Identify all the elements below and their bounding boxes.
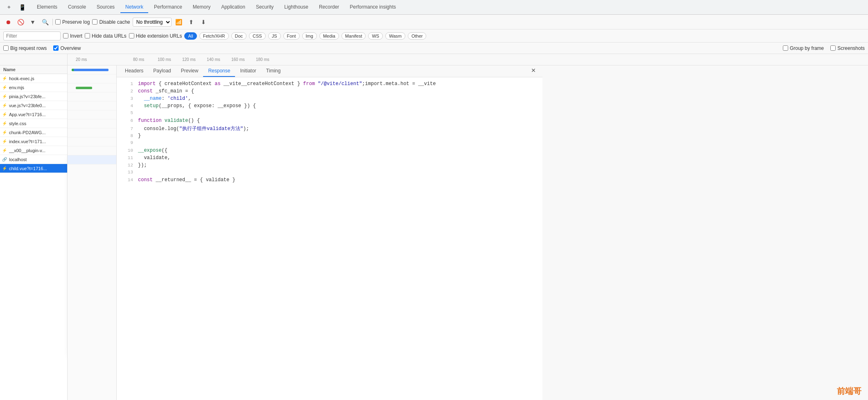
list-item[interactable]: ⚡ App.vue?t=1716... (0, 110, 67, 119)
timeline-mark-160ms: 160 ms (231, 57, 245, 62)
list-item[interactable]: ⚡ hook-exec.js (0, 74, 67, 83)
filter-tag-other[interactable]: Other (408, 32, 427, 40)
tab-security[interactable]: Security (251, 2, 278, 13)
code-content: validate, (138, 155, 170, 161)
code-line-14: 14 const __returned__ = { validate } (117, 177, 542, 184)
hide-data-urls-label[interactable]: Hide data URLs (85, 33, 127, 39)
filter-input[interactable] (3, 31, 61, 40)
list-item[interactable]: 🔗 localhost (0, 155, 67, 164)
list-item[interactable]: ⚡ chunk-PD2AWG... (0, 128, 67, 137)
filter-tag-all[interactable]: All (184, 32, 197, 40)
line-number: 2 (120, 89, 133, 94)
tab-payload[interactable]: Payload (148, 65, 176, 77)
group-by-frame-label[interactable]: Group by frame (783, 45, 824, 51)
group-by-frame-checkbox[interactable] (783, 45, 788, 51)
disable-cache-checkbox[interactable] (92, 19, 97, 25)
filter-tag-js[interactable]: JS (268, 32, 281, 40)
online-icon[interactable]: 📶 (174, 17, 184, 27)
panel-close-button[interactable]: ✕ (528, 65, 539, 77)
list-item[interactable]: ⚡ style.css (0, 119, 67, 128)
tab-network[interactable]: Network (120, 2, 148, 13)
code-content: const __returned__ = { validate } (138, 177, 235, 183)
filter-tag-img[interactable]: Img (302, 32, 317, 40)
search-button[interactable]: 🔍 (40, 17, 50, 27)
tab-elements[interactable]: Elements (32, 2, 62, 13)
filter-tag-fetch-xhr[interactable]: Fetch/XHR (199, 32, 229, 40)
device-toolbar-icon[interactable]: 📱 (16, 2, 28, 13)
tab-headers[interactable]: Headers (120, 65, 148, 77)
list-item[interactable]: ⚡ env.mjs (0, 83, 67, 92)
overview-label[interactable]: Overview (53, 45, 81, 51)
hide-ext-urls-label[interactable]: Hide extension URLs (129, 33, 182, 39)
waterfall-area (68, 65, 117, 400)
hide-ext-urls-checkbox[interactable] (129, 33, 134, 38)
filter-tag-manifest[interactable]: Manifest (341, 32, 366, 40)
net-item-name: vue.js?v=23bfe0... (9, 103, 66, 108)
code-line-2: 2 const _sfc_main = { (117, 88, 542, 95)
js-file-icon: ⚡ (2, 103, 7, 108)
toolbar-divider-1 (52, 19, 53, 25)
clear-button[interactable]: 🚫 (16, 17, 25, 27)
js-file-icon: ⚡ (2, 112, 7, 117)
code-line-1: 1 import { createHotContext as __vite__c… (117, 81, 542, 88)
panel-tabs: Headers Payload Preview Response Initiat… (117, 65, 542, 77)
tab-console[interactable]: Console (63, 2, 91, 13)
code-content: __expose({ (138, 148, 167, 153)
big-request-rows-checkbox[interactable] (3, 45, 9, 51)
download-icon[interactable]: ⬇ (199, 17, 208, 27)
invert-checkbox-label[interactable]: Invert (63, 33, 82, 39)
throttle-select[interactable]: No throttling (133, 18, 172, 27)
list-item[interactable]: ⚡ __x00__plugin-v... (0, 146, 67, 155)
screenshots-checkbox[interactable] (830, 45, 836, 51)
preserve-log-checkbox-label[interactable]: Preserve log (55, 19, 90, 25)
invert-label: Invert (70, 33, 82, 39)
js-file-icon: ⚡ (2, 94, 7, 99)
tab-initiator[interactable]: Initiator (235, 65, 261, 77)
code-line-12: 12 }); (117, 162, 542, 169)
tab-memory[interactable]: Memory (188, 2, 215, 13)
inspect-icon[interactable]: ⌖ (3, 2, 15, 13)
line-number: 13 (120, 170, 133, 175)
tab-recorder[interactable]: Recorder (314, 2, 344, 13)
watermark: 前端哥 (837, 386, 861, 397)
list-item[interactable]: ⚡ vue.js?v=23bfe0... (0, 101, 67, 110)
net-item-name: index.vue?t=171... (9, 139, 66, 144)
code-line-7: 7 console.log("执行子组件validate方法"); (117, 125, 542, 133)
filter-tag-css[interactable]: CSS (249, 32, 266, 40)
overview-checkbox[interactable] (53, 45, 59, 51)
line-number: 7 (120, 126, 133, 131)
left-panel: Name ⚡ hook-exec.js ⚡ env.mjs ⚡ pinia.js… (0, 65, 68, 400)
upload-icon[interactable]: ⬆ (186, 17, 196, 27)
list-item[interactable]: ⚡ index.vue?t=171... (0, 137, 67, 146)
filter-tag-doc[interactable]: Doc (231, 32, 247, 40)
hide-data-urls-checkbox[interactable] (85, 33, 90, 38)
filter-tag-media[interactable]: Media (319, 32, 339, 40)
code-line-9: 9 (117, 140, 542, 147)
tab-application[interactable]: Application (216, 2, 250, 13)
js-file-icon: ⚡ (2, 166, 7, 171)
filter-button[interactable]: ▼ (28, 17, 38, 27)
tab-performance[interactable]: Performance (149, 2, 187, 13)
list-item[interactable]: ⚡ pinia.js?v=23bfe... (0, 92, 67, 101)
code-line-13: 13 (117, 169, 542, 177)
net-item-name: App.vue?t=1716... (9, 112, 66, 117)
tab-timing[interactable]: Timing (261, 65, 286, 77)
filter-tag-ws[interactable]: WS (368, 32, 383, 40)
disable-cache-checkbox-label[interactable]: Disable cache (92, 19, 130, 25)
filter-tag-wasm[interactable]: Wasm (385, 32, 405, 40)
big-request-rows-label[interactable]: Big request rows (3, 45, 47, 51)
record-button[interactable]: ⏺ (3, 17, 13, 27)
tab-response[interactable]: Response (203, 65, 235, 77)
list-item-selected[interactable]: ⚡ child.vue?t=1716... (0, 164, 67, 173)
tab-preview[interactable]: Preview (176, 65, 203, 77)
tab-lighthouse[interactable]: Lighthouse (279, 2, 313, 13)
line-number: 12 (120, 163, 133, 168)
screenshots-label[interactable]: Screenshots (830, 45, 865, 51)
line-number: 6 (120, 118, 133, 123)
tab-sources[interactable]: Sources (92, 2, 120, 13)
preserve-log-checkbox[interactable] (55, 19, 61, 25)
line-number: 11 (120, 155, 133, 160)
tab-performance-insights[interactable]: Performance insights (345, 2, 401, 13)
filter-tag-font[interactable]: Font (283, 32, 300, 40)
invert-checkbox[interactable] (63, 33, 68, 38)
